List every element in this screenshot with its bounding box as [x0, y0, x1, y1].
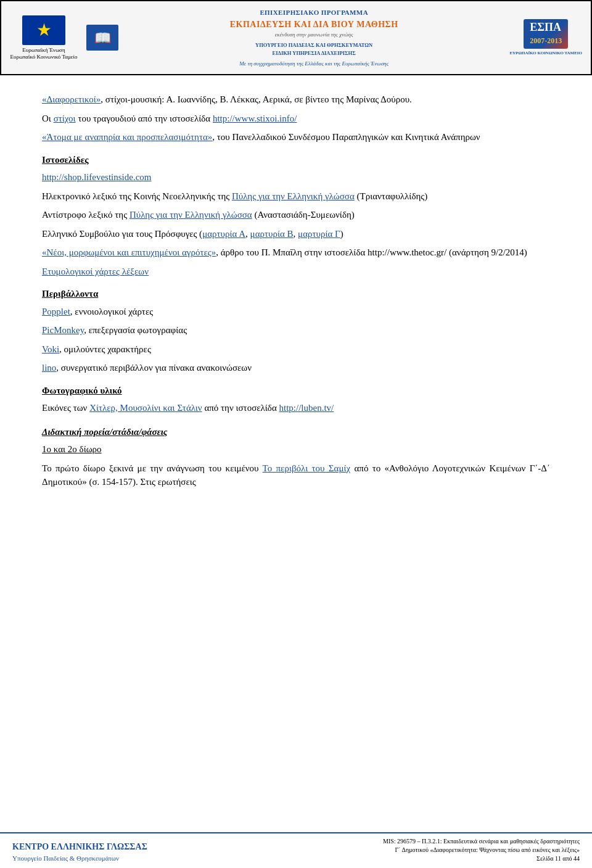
paragraph-3: «Άτομα με αναπηρία και προσπελασιμότητα»…	[42, 130, 550, 144]
paragraph-popplet: Popplet, εννοιολογικοί χάρτες	[42, 305, 550, 319]
eu-flag-icon: ★	[22, 15, 65, 45]
eu-logo-block: ★ Ευρωπαϊκή Ένωση Ευρωπαϊκό Κοινωνικό Τα…	[10, 15, 78, 60]
paragraph-lino: lino, συνεργατικό περιβάλλον για πίνακα …	[42, 361, 550, 375]
ministry2: ΕΙΔΙΚΗ ΥΠΗΡΕΣΙΑ ΔΙΑΧΕΙΡΙΣΗΣ	[273, 49, 356, 57]
section-didaktiki-heading: Διδακτική πορεία/στάδια/φάσεις	[42, 425, 550, 439]
link-diaphoretikoi[interactable]: «Διαφορετικοί»	[42, 94, 101, 104]
footer-right-line3: Σελίδα 11 από 44	[383, 854, 580, 863]
link-voki[interactable]: Voki	[42, 344, 59, 354]
footer-left: ΚΕΝΤΡΟ ΕΛΛΗΝΙΚΗΣ ΓΛΩΣΣΑΣ Υπουργείο Παιδε…	[12, 840, 147, 864]
link-photo-names[interactable]: Χίτλερ, Μουσολίνι και Στάλιν	[89, 403, 202, 413]
footer-right-line1: MIS: 296579 – Π.3.2.1: Εκπαιδευτικά σενά…	[383, 837, 580, 846]
link-martyria-b[interactable]: μαρτυρία Β	[250, 229, 294, 239]
footer-org: ΚΕΝΤΡΟ ΕΛΛΗΝΙΚΗΣ ΓΛΩΣΣΑΣ	[12, 840, 147, 853]
link-luben-tv[interactable]: http://luben.tv/	[279, 403, 334, 413]
espa-badge-block: ΕΣΠΑ 2007-2013 ΕΥΡΩΠΑΪΚΟ ΚΟΙΝΩΝΙΚΟ ΤΑΜΕΙ…	[509, 19, 582, 56]
link-pyli-antistrofo[interactable]: Πύλης για την Ελληνική γλώσσα	[130, 210, 252, 220]
paragraph-photo: Εικόνες των Χίτλερ, Μουσολίνι και Στάλιν…	[42, 401, 550, 415]
header-banner: ★ Ευρωπαϊκή Ένωση Ευρωπαϊκό Κοινωνικό Τα…	[0, 0, 592, 75]
paragraph-voki: Voki, ομιλούντες χαρακτήρες	[42, 342, 550, 357]
paragraph-1: «Διαφορετικοί», στίχοι-μουσική: Α. Ιωανν…	[42, 93, 550, 107]
header-bottom-text: Με τη συγχρηματοδότηση της Ελλάδας και τ…	[239, 60, 388, 68]
espa-fund-label: ΕΥΡΩΠΑΪΚΟ ΚΟΙΝΩΝΙΚΟ ΤΑΜΕΙΟ	[509, 50, 582, 57]
link-shop-url[interactable]: http://shop.lifevestinside.com	[42, 172, 151, 182]
section-photo-heading: Φωτογραφικό υλικό	[42, 384, 550, 398]
header-middle: ΕΠΙΧΕΙΡΗΣΙΑΚΟ ΠΡΟΓΡΑΜΜΑ ΕΚΠΑΙΔΕΥΣΗ ΚΑΙ Δ…	[127, 7, 501, 68]
link-martyria-a[interactable]: μαρτυρία Α	[202, 229, 245, 239]
paragraph-symvoulio: Ελληνικό Συμβούλιο για τους Πρόσφυγες (μ…	[42, 227, 550, 241]
link-lino[interactable]: lino	[42, 363, 56, 373]
link-etymo[interactable]: Ετυμολογικοί χάρτες λέξεων	[42, 267, 149, 276]
espa-line1: ΕΠΙΧΕΙΡΗΣΙΑΚΟ ΠΡΟΓΡΑΜΜΑ	[260, 7, 368, 18]
link-picmonkey[interactable]: PicMonkey	[42, 325, 84, 335]
paragraph-shop-url: http://shop.lifevestinside.com	[42, 170, 550, 184]
subheading-diwro: 1ο και 2ο δίωρο	[42, 444, 102, 454]
link-atoma[interactable]: «Άτομα με αναπηρία και προσπελασιμότητα»	[42, 132, 212, 142]
paragraph-didaktiki-sub: 1ο και 2ο δίωρο	[42, 442, 550, 457]
paragraph-2: Οι στίχοι του τραγουδιού από την ιστοσελ…	[42, 112, 550, 126]
eu-label: Ευρωπαϊκή Ένωση Ευρωπαϊκό Κοινωνικό Ταμε…	[10, 47, 77, 60]
link-stixoi[interactable]: στίχοι	[54, 114, 76, 123]
paragraph-didaktiki-text: Το πρώτο δίωρο ξεκινά με την ανάγνωση το…	[42, 461, 550, 489]
link-martyria-g[interactable]: μαρτυρία Γ	[298, 229, 340, 239]
book-icon: 📖	[86, 25, 118, 51]
section-perivallonta-heading: Περιβάλλοντα	[42, 287, 550, 301]
page-footer: ΚΕΝΤΡΟ ΕΛΛΗΝΙΚΗΣ ΓΛΩΣΣΑΣ Υπουργείο Παιδε…	[0, 832, 592, 868]
page-content: «Διαφορετικοί», στίχοι-μουσική: Α. Ιωανν…	[0, 86, 592, 544]
link-perivoli-samix[interactable]: Το περιβόλι του Σαμίχ	[263, 463, 351, 473]
paragraph-etymo: Ετυμολογικοί χάρτες λέξεων	[42, 265, 550, 279]
footer-right: MIS: 296579 – Π.3.2.1: Εκπαιδευτικά σενά…	[383, 837, 580, 863]
paragraph-antistrofo: Αντίστροφο λεξικό της Πύλης για την Ελλη…	[42, 208, 550, 222]
espa-subtitle: εκένδυση στην μαονωνία της χνώης	[275, 31, 353, 39]
footer-sub: Υπουργείο Παιδείας & Θρησκευμάτων	[12, 853, 147, 864]
paragraph-neoi: «Νέοι, μορφωμένοι και επιτυχημένοι αγρότ…	[42, 246, 550, 260]
espa-line2: ΕΚΠΑΙΔΕΥΣΗ ΚΑΙ ΔΙΑ ΒΙΟΥ ΜΑΘΗΣΗ	[230, 18, 398, 31]
link-popplet[interactable]: Popplet	[42, 307, 70, 316]
section-istoseli-heading: Ιστοσελίδες	[42, 153, 550, 167]
link-neoi[interactable]: «Νέοι, μορφωμένοι και επιτυχημένοι αγρότ…	[42, 247, 216, 257]
ministry1: ΥΠΟΥΡΓΕΙΟ ΠΑΙΔΕΙΑΣ ΚΑΙ ΘΡΗΣΚΕΥΜΑΤΩΝ	[255, 41, 372, 49]
paragraph-lexiko: Ηλεκτρονικό λεξικό της Κοινής Νεοελληνικ…	[42, 189, 550, 204]
link-pyli-lexiko[interactable]: Πύλης για την Ελληνική γλώσσα	[232, 191, 355, 201]
espa-badge: ΕΣΠΑ 2007-2013	[524, 19, 568, 49]
paragraph-picmonkey: PicMonkey, επεξεργασία φωτογραφίας	[42, 323, 550, 337]
link-stixoi-url[interactable]: http://www.stixoi.info/	[213, 114, 297, 123]
main-content: «Διαφορετικοί», στίχοι-μουσική: Α. Ιωανν…	[37, 93, 555, 489]
footer-right-line2: Γ΄ Δημοτικού «Διαφορετικότητα: Ψάχνοντας…	[383, 846, 580, 854]
